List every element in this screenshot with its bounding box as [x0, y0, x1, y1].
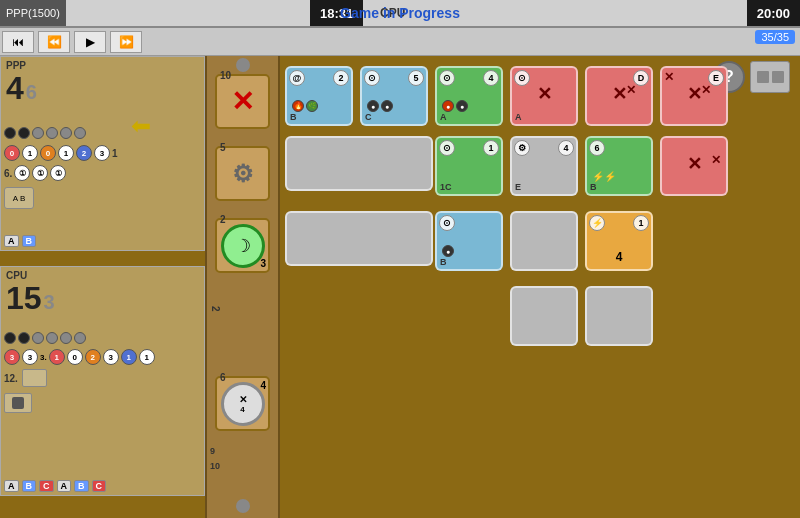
- strip-ornament-bottom: [236, 499, 250, 513]
- card-x-1: ✕: [231, 85, 254, 118]
- settings-button[interactable]: [750, 61, 790, 93]
- window-title: PPP(1500): [0, 0, 66, 26]
- card-num-2: 2: [333, 70, 349, 86]
- card-slot-4[interactable]: 6 ✕ 4 4: [215, 376, 270, 431]
- token-r1: 0: [4, 145, 20, 161]
- card-gear: ⚙: [232, 160, 254, 188]
- cpu-resource-row-1: [4, 332, 86, 344]
- card-column: 10 ✕ 5 ⚙ 2 ☽ 3 2 6 ✕ 4 4: [205, 56, 280, 518]
- board-card-gray-wide-1[interactable]: [285, 136, 433, 191]
- red-x-1: ✕: [537, 83, 552, 105]
- settings-icon: [757, 71, 769, 83]
- dark-icon-2: ●: [381, 100, 393, 112]
- board-card-gray-wide-2[interactable]: [285, 211, 433, 266]
- ppp-cards: A B: [4, 187, 34, 209]
- card-label-b2: C: [365, 112, 372, 122]
- board-card-green-2[interactable]: ⊙ 1 1C: [435, 136, 503, 196]
- board-card-blue-2[interactable]: ⊙ 5 ● ● C: [360, 66, 428, 126]
- cpu-score-sub: 3: [44, 292, 55, 312]
- card-slot-3[interactable]: 2 ☽ 3: [215, 218, 270, 273]
- red-x-4: ✕: [687, 153, 702, 175]
- co-num-1: ⚡: [589, 215, 605, 231]
- fire-icon: 🔥: [292, 100, 304, 112]
- card-label-g3: B: [590, 182, 597, 192]
- card-r-num-1: ⊙: [514, 70, 530, 86]
- ppp-arrow: ⬅: [131, 112, 151, 140]
- strip-num-1: 10: [220, 70, 231, 81]
- board-card-gray-3[interactable]: [510, 286, 578, 346]
- board-card-red-3[interactable]: E ✕ ✕ ✕: [660, 66, 728, 126]
- top-bar: PPP(1500) 18:31 CPU Game in Progress 20:…: [0, 0, 800, 28]
- token-o1: 0: [40, 145, 56, 161]
- board-card-red-2[interactable]: D ✕ ✕: [585, 66, 653, 126]
- board-card-gray-4[interactable]: [585, 286, 653, 346]
- nav-bar: ⏮ ⏪ ▶ ⏩ 35/35: [0, 28, 800, 56]
- strip-num-5: 9: [210, 446, 215, 456]
- board-card-gray-1[interactable]: ⚙ 4 E: [510, 136, 578, 196]
- board-card-green-1[interactable]: ⊙ 4 ● ● A: [435, 66, 503, 126]
- g-icon-2: ●: [456, 100, 468, 112]
- ppp-score-sub: 6: [26, 82, 37, 102]
- settings-icon-2: [772, 71, 784, 83]
- board-card-red-4[interactable]: ✕ ✕: [660, 136, 728, 196]
- card-num-3: ⊙: [364, 70, 380, 86]
- card-g-num-2: 4: [483, 70, 499, 86]
- cpu-score-main: 15: [6, 282, 42, 314]
- card-slot-1[interactable]: 10 ✕: [215, 74, 270, 129]
- token-w3: 3: [94, 145, 110, 161]
- strip-nums-bottom: 2: [210, 306, 221, 312]
- cg3-num-1: 6: [589, 140, 605, 156]
- nav-first-button[interactable]: ⏮: [2, 31, 34, 53]
- token-w2: 1: [58, 145, 74, 161]
- nav-next-button[interactable]: ⏩: [110, 31, 142, 53]
- game-title: Game in Progress: [340, 0, 460, 26]
- card-num-1: @: [289, 70, 305, 86]
- strip-num-2: 5: [220, 142, 226, 153]
- co-num-2: 1: [633, 215, 649, 231]
- ppp-resource-row-2: 0 1 0 1 2 3 1: [4, 145, 118, 161]
- strip-ornament-top: [236, 58, 250, 72]
- score-badge: 35/35: [755, 30, 795, 44]
- board-card-green-3[interactable]: 6 ⚡⚡ B: [585, 136, 653, 196]
- cpu-section: CPU 15 3 3 3 3. 1 0 2 3: [0, 266, 205, 496]
- cpu-bottom-labels: A B C A B C: [4, 480, 106, 492]
- strip-num-4: 6: [220, 372, 226, 383]
- ppp-section: PPP 4 6 ⬅ 0 1 0 1 2 3: [0, 56, 205, 251]
- board-area: ? @ 2 🔥 🌿 B ⊙ 5 ● ● C ⊙: [280, 56, 800, 518]
- card-circle-4: ✕ 4: [221, 382, 265, 426]
- board-card-orange-1[interactable]: ⚡ 1 4: [585, 211, 653, 271]
- red-x-3: ✕: [687, 83, 702, 105]
- game-area: PPP 4 6 ⬅ 0 1 0 1 2 3: [0, 56, 800, 518]
- card-circle-3: ☽: [221, 224, 265, 268]
- nav-prev-button[interactable]: ⏪: [38, 31, 70, 53]
- card-num-4: 5: [408, 70, 424, 86]
- cg2-num-1: ⊙: [439, 140, 455, 156]
- card-label-r1: A: [515, 112, 522, 122]
- timer-right: 20:00: [747, 0, 800, 26]
- cb3-num-1: ⊙: [439, 215, 455, 231]
- cgr-num-2: 4: [558, 140, 574, 156]
- card-slot-2[interactable]: 5 ⚙: [215, 146, 270, 201]
- card-label-b3: B: [440, 257, 447, 267]
- cpu-resource-row-3: 12.: [4, 369, 47, 387]
- cgr-num-1: ⚙: [514, 140, 530, 156]
- board-card-blue-3[interactable]: ⊙ ● B: [435, 211, 503, 271]
- board-card-gray-2[interactable]: [510, 211, 578, 271]
- cpu-icon-row: [4, 393, 32, 413]
- ppp-score: 4 6: [6, 72, 37, 104]
- strip-num-3: 2: [220, 214, 226, 225]
- g-icon-1: ●: [442, 100, 454, 112]
- dark-icon-1: ●: [367, 100, 379, 112]
- board-card-blue-1[interactable]: @ 2 🔥 🌿 B: [285, 66, 353, 126]
- card-label-g2: 1C: [440, 182, 452, 192]
- card-label-g1: A: [440, 112, 447, 122]
- token-w1: 1: [22, 145, 38, 161]
- left-panel: PPP 4 6 ⬅ 0 1 0 1 2 3: [0, 56, 205, 518]
- card-label-gr1: E: [515, 182, 521, 192]
- ppp-bottom-labels: A B: [4, 235, 36, 247]
- token-val: 1: [112, 148, 118, 159]
- board-card-red-1[interactable]: ⊙ ✕ A: [510, 66, 578, 126]
- strip-num-6: 10: [210, 461, 220, 471]
- nav-play-button[interactable]: ▶: [74, 31, 106, 53]
- cg2-num-2: 1: [483, 140, 499, 156]
